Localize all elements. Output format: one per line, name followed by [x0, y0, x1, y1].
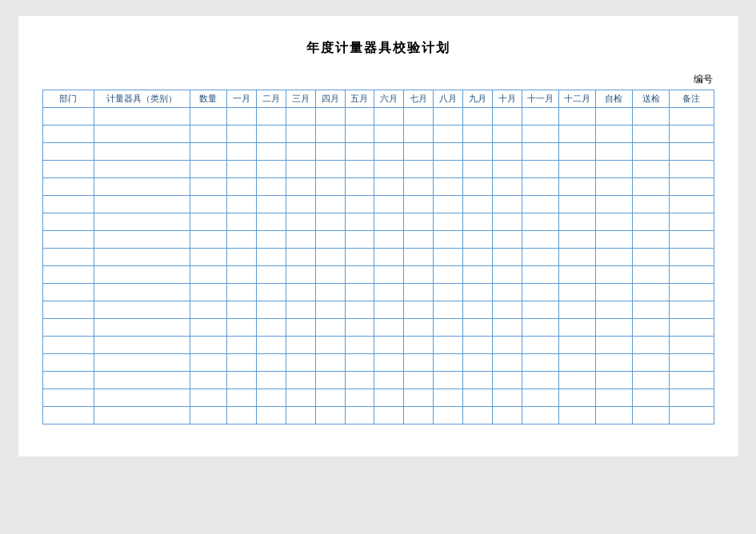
table-cell — [633, 372, 670, 389]
table-cell — [404, 249, 434, 266]
table-cell — [190, 319, 226, 337]
table-cell — [463, 354, 493, 372]
table-cell — [256, 143, 286, 161]
table-cell — [374, 143, 404, 161]
table-cell — [558, 354, 595, 372]
table-cell — [286, 301, 315, 319]
table-cell — [670, 389, 714, 407]
table-cell — [492, 337, 522, 354]
table-cell — [374, 126, 404, 143]
table-row — [42, 372, 714, 389]
table-cell — [558, 319, 595, 337]
table-cell — [345, 196, 374, 213]
table-cell — [633, 337, 670, 354]
table-cell — [434, 143, 463, 161]
table-row — [42, 108, 714, 126]
table-cell — [595, 284, 632, 301]
table-cell — [315, 196, 345, 213]
table-cell — [345, 126, 374, 143]
table-cell — [434, 266, 463, 284]
table-row — [42, 231, 714, 249]
table-cell — [315, 354, 345, 372]
table-cell — [434, 161, 463, 178]
table-cell — [315, 126, 345, 143]
table-row — [42, 143, 714, 161]
table-cell — [492, 284, 522, 301]
table-cell — [190, 249, 226, 266]
table-cell — [315, 108, 345, 126]
table-header-row: 部门 计量器具（类别） 数量 一月 二月 三月 四月 五月 六月 七月 八月 九… — [42, 90, 714, 108]
table-cell — [227, 231, 257, 249]
table-cell — [227, 301, 257, 319]
table-cell — [463, 301, 493, 319]
table-row — [42, 213, 714, 231]
table-cell — [345, 108, 374, 126]
table-cell — [522, 407, 558, 424]
table-cell — [190, 266, 226, 284]
table-cell — [374, 372, 404, 389]
table-cell — [227, 319, 257, 337]
table-row — [42, 337, 714, 354]
table-cell — [670, 319, 714, 337]
table-cell — [227, 249, 257, 266]
table-cell — [633, 266, 670, 284]
table-cell — [315, 372, 345, 389]
table-cell — [374, 301, 404, 319]
table-cell — [190, 213, 226, 231]
table-cell — [463, 231, 493, 249]
table-cell — [190, 284, 226, 301]
table-cell — [190, 161, 226, 178]
table-cell — [256, 213, 286, 231]
table-cell — [434, 126, 463, 143]
header-jun: 六月 — [374, 90, 404, 108]
table-cell — [42, 407, 94, 424]
table-cell — [633, 161, 670, 178]
table-cell — [434, 337, 463, 354]
table-cell — [434, 319, 463, 337]
table-cell — [42, 301, 94, 319]
table-cell — [256, 108, 286, 126]
table-cell — [42, 231, 94, 249]
table-cell — [558, 213, 595, 231]
table-cell — [595, 301, 632, 319]
table-cell — [286, 231, 315, 249]
table-cell — [463, 143, 493, 161]
table-row — [42, 301, 714, 319]
table-cell — [670, 266, 714, 284]
table-row — [42, 249, 714, 266]
table-cell — [42, 196, 94, 213]
table-cell — [315, 178, 345, 196]
table-cell — [345, 249, 374, 266]
table-cell — [227, 354, 257, 372]
table-cell — [558, 337, 595, 354]
table-cell — [42, 126, 94, 143]
table-cell — [94, 196, 190, 213]
table-cell — [42, 213, 94, 231]
table-cell — [492, 407, 522, 424]
table-row — [42, 354, 714, 372]
table-cell — [670, 301, 714, 319]
table-cell — [492, 126, 522, 143]
table-row — [42, 161, 714, 178]
table-cell — [522, 389, 558, 407]
table-cell — [42, 161, 94, 178]
table-cell — [94, 372, 190, 389]
table-cell — [256, 407, 286, 424]
table-cell — [256, 372, 286, 389]
table-cell — [463, 126, 493, 143]
table-cell — [522, 161, 558, 178]
table-cell — [434, 284, 463, 301]
table-cell — [492, 196, 522, 213]
table-cell — [595, 337, 632, 354]
table-cell — [190, 143, 226, 161]
table-cell — [463, 213, 493, 231]
table-cell — [374, 231, 404, 249]
calibration-table: 部门 计量器具（类别） 数量 一月 二月 三月 四月 五月 六月 七月 八月 九… — [42, 90, 714, 424]
table-cell — [670, 354, 714, 372]
table-cell — [42, 249, 94, 266]
table-cell — [256, 196, 286, 213]
page-title: 年度计量器具校验计划 — [42, 40, 714, 57]
table-cell — [595, 126, 632, 143]
table-row — [42, 284, 714, 301]
header-feb: 二月 — [256, 90, 286, 108]
